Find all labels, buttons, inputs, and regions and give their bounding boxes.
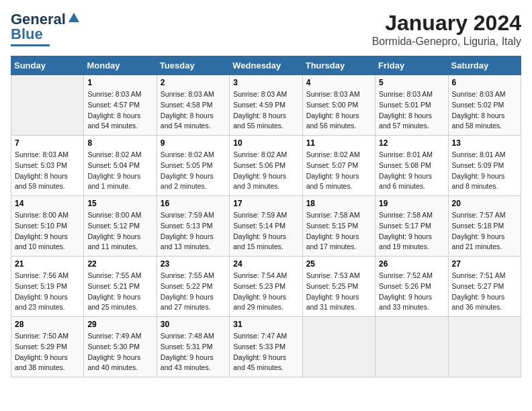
day-info: Sunrise: 8:02 AMSunset: 5:07 PMDaylight:… (306, 150, 371, 192)
calendar-cell: 8Sunrise: 8:02 AMSunset: 5:04 PMDaylight… (84, 136, 157, 196)
day-info: Sunrise: 8:00 AMSunset: 5:10 PMDaylight:… (15, 210, 80, 253)
day-number: 2 (161, 78, 226, 87)
day-info: Sunrise: 7:50 AMSunset: 5:29 PMDaylight:… (15, 331, 80, 373)
calendar-cell: 20Sunrise: 7:57 AMSunset: 5:18 PMDayligh… (448, 196, 521, 257)
day-info: Sunrise: 7:56 AMSunset: 5:19 PMDaylight:… (15, 271, 80, 313)
day-info: Sunrise: 7:57 AMSunset: 5:18 PMDaylight:… (452, 210, 517, 253)
day-info: Sunrise: 7:53 AMSunset: 5:25 PMDaylight:… (306, 271, 371, 313)
day-info: Sunrise: 7:52 AMSunset: 5:26 PMDaylight:… (379, 271, 444, 313)
day-number: 4 (306, 78, 371, 87)
title-block: January 2024 Bormida-Genepro, Liguria, I… (372, 11, 521, 48)
day-number: 23 (161, 259, 226, 269)
day-number: 11 (306, 138, 371, 148)
month-title: January 2024 (372, 11, 521, 36)
weekday-header: Sunday (11, 56, 84, 75)
calendar-cell: 4Sunrise: 8:03 AMSunset: 5:00 PMDaylight… (302, 75, 375, 136)
day-number: 17 (233, 199, 298, 208)
day-number: 5 (379, 78, 444, 87)
weekday-header: Friday (375, 56, 448, 75)
calendar-cell: 31Sunrise: 7:47 AMSunset: 5:33 PMDayligh… (230, 317, 302, 377)
day-number: 10 (233, 138, 298, 148)
day-number: 14 (15, 199, 80, 208)
location: Bormida-Genepro, Liguria, Italy (372, 36, 521, 48)
day-info: Sunrise: 8:03 AMSunset: 5:00 PMDaylight:… (306, 89, 371, 132)
day-info: Sunrise: 8:02 AMSunset: 5:05 PMDaylight:… (161, 150, 226, 192)
calendar-cell: 6Sunrise: 8:03 AMSunset: 5:02 PMDaylight… (448, 75, 521, 136)
calendar-cell: 22Sunrise: 7:55 AMSunset: 5:21 PMDayligh… (84, 257, 157, 317)
calendar-body: 1Sunrise: 8:03 AMSunset: 4:57 PMDaylight… (11, 75, 521, 377)
day-number: 24 (233, 259, 298, 269)
svg-marker-0 (69, 13, 79, 22)
calendar-cell: 24Sunrise: 7:54 AMSunset: 5:23 PMDayligh… (230, 257, 302, 317)
calendar-cell: 30Sunrise: 7:48 AMSunset: 5:31 PMDayligh… (157, 317, 229, 377)
calendar-cell: 14Sunrise: 8:00 AMSunset: 5:10 PMDayligh… (11, 196, 84, 257)
day-info: Sunrise: 7:55 AMSunset: 5:21 PMDaylight:… (87, 271, 152, 313)
day-info: Sunrise: 8:01 AMSunset: 5:08 PMDaylight:… (379, 150, 444, 192)
weekday-header: Thursday (302, 56, 375, 75)
day-info: Sunrise: 7:58 AMSunset: 5:17 PMDaylight:… (379, 210, 444, 253)
calendar-cell: 3Sunrise: 8:03 AMSunset: 4:59 PMDaylight… (230, 75, 302, 136)
day-info: Sunrise: 8:03 AMSunset: 4:59 PMDaylight:… (233, 89, 298, 132)
calendar-cell: 13Sunrise: 8:01 AMSunset: 5:09 PMDayligh… (448, 136, 521, 196)
day-number: 6 (452, 78, 517, 87)
day-info: Sunrise: 7:59 AMSunset: 5:14 PMDaylight:… (233, 210, 298, 253)
day-info: Sunrise: 7:59 AMSunset: 5:13 PMDaylight:… (161, 210, 226, 253)
calendar-cell: 10Sunrise: 8:02 AMSunset: 5:06 PMDayligh… (230, 136, 302, 196)
calendar-cell: 7Sunrise: 8:03 AMSunset: 5:03 PMDaylight… (11, 136, 84, 196)
day-info: Sunrise: 7:58 AMSunset: 5:15 PMDaylight:… (306, 210, 371, 253)
calendar-cell: 16Sunrise: 7:59 AMSunset: 5:13 PMDayligh… (157, 196, 229, 257)
day-number: 7 (15, 138, 80, 148)
day-info: Sunrise: 7:48 AMSunset: 5:31 PMDaylight:… (161, 331, 226, 373)
day-number: 16 (161, 199, 226, 208)
calendar-cell: 11Sunrise: 8:02 AMSunset: 5:07 PMDayligh… (302, 136, 375, 196)
day-number: 3 (233, 78, 298, 87)
weekday-header: Wednesday (230, 56, 302, 75)
calendar-cell: 5Sunrise: 8:03 AMSunset: 5:01 PMDaylight… (375, 75, 448, 136)
day-info: Sunrise: 8:03 AMSunset: 5:01 PMDaylight:… (379, 89, 444, 132)
day-info: Sunrise: 8:01 AMSunset: 5:09 PMDaylight:… (452, 150, 517, 192)
day-number: 19 (379, 199, 444, 208)
day-info: Sunrise: 7:55 AMSunset: 5:22 PMDaylight:… (161, 271, 226, 313)
day-info: Sunrise: 8:03 AMSunset: 5:03 PMDaylight:… (15, 150, 80, 192)
logo-blue: Blue (11, 26, 43, 43)
weekday-header: Monday (84, 56, 157, 75)
calendar-cell: 28Sunrise: 7:50 AMSunset: 5:29 PMDayligh… (11, 317, 84, 377)
day-number: 22 (87, 259, 152, 269)
calendar-cell: 17Sunrise: 7:59 AMSunset: 5:14 PMDayligh… (230, 196, 302, 257)
day-info: Sunrise: 7:47 AMSunset: 5:33 PMDaylight:… (233, 331, 298, 373)
day-info: Sunrise: 8:00 AMSunset: 5:12 PMDaylight:… (87, 210, 152, 253)
day-number: 20 (452, 199, 517, 208)
page-header: General Blue January 2024 Bormida-Genepr… (11, 11, 521, 48)
day-number: 1 (87, 78, 152, 87)
day-number: 25 (306, 259, 371, 269)
day-info: Sunrise: 8:02 AMSunset: 5:04 PMDaylight:… (87, 150, 152, 192)
calendar-cell: 9Sunrise: 8:02 AMSunset: 5:05 PMDaylight… (157, 136, 229, 196)
logo: General Blue (11, 11, 81, 46)
day-number: 30 (161, 320, 226, 329)
day-number: 12 (379, 138, 444, 148)
calendar-week-row: 7Sunrise: 8:03 AMSunset: 5:03 PMDaylight… (11, 136, 521, 196)
calendar-week-row: 14Sunrise: 8:00 AMSunset: 5:10 PMDayligh… (11, 196, 521, 257)
day-info: Sunrise: 8:03 AMSunset: 5:02 PMDaylight:… (452, 89, 517, 132)
calendar-cell: 2Sunrise: 8:03 AMSunset: 4:58 PMDaylight… (157, 75, 229, 136)
calendar-cell: 1Sunrise: 8:03 AMSunset: 4:57 PMDaylight… (84, 75, 157, 136)
calendar-header-row: SundayMondayTuesdayWednesdayThursdayFrid… (11, 56, 521, 75)
day-number: 31 (233, 320, 298, 329)
day-number: 15 (87, 199, 152, 208)
logo-underline (11, 44, 50, 46)
day-info: Sunrise: 7:51 AMSunset: 5:27 PMDaylight:… (452, 271, 517, 313)
calendar-cell: 25Sunrise: 7:53 AMSunset: 5:25 PMDayligh… (302, 257, 375, 317)
day-number: 13 (452, 138, 517, 148)
day-number: 29 (87, 320, 152, 329)
day-info: Sunrise: 8:02 AMSunset: 5:06 PMDaylight:… (233, 150, 298, 192)
day-number: 27 (452, 259, 517, 269)
calendar-cell (302, 317, 375, 377)
calendar-cell (11, 75, 84, 136)
calendar-table: SundayMondayTuesdayWednesdayThursdayFrid… (11, 56, 521, 377)
calendar-cell: 18Sunrise: 7:58 AMSunset: 5:15 PMDayligh… (302, 196, 375, 257)
calendar-week-row: 21Sunrise: 7:56 AMSunset: 5:19 PMDayligh… (11, 257, 521, 317)
calendar-cell: 26Sunrise: 7:52 AMSunset: 5:26 PMDayligh… (375, 257, 448, 317)
day-info: Sunrise: 7:54 AMSunset: 5:23 PMDaylight:… (233, 271, 298, 313)
logo-icon (67, 11, 81, 25)
day-info: Sunrise: 7:49 AMSunset: 5:30 PMDaylight:… (87, 331, 152, 373)
